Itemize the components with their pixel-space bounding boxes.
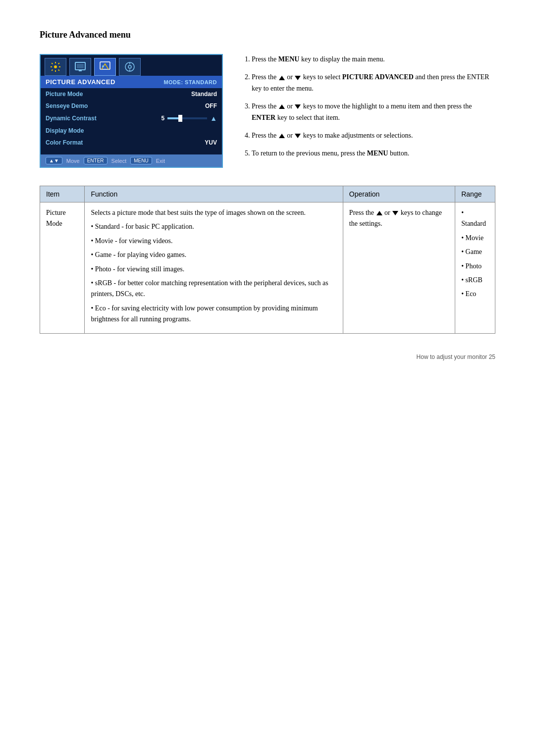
instruction-2: Press the or keys to select PICTURE ADVA… <box>252 72 495 94</box>
up-arrow-icon-2 <box>279 76 285 80</box>
function-desc-6: • sRGB - for better color matching repre… <box>91 278 336 300</box>
instruction-5: To return to the previous menu, press th… <box>252 148 495 159</box>
svg-rect-3 <box>79 70 82 71</box>
svg-point-7 <box>128 65 131 68</box>
osd-mode-label: MODE: Standard <box>163 79 217 85</box>
main-table: Item Function Operation Range Picture Mo… <box>40 186 495 334</box>
osd-tab-4[interactable] <box>119 58 141 76</box>
osd-row-2-value: OFF <box>205 102 217 109</box>
col-header-range: Range <box>455 186 495 202</box>
table-cell-operation: Press the or keys to change the settings… <box>343 202 455 334</box>
col-header-function: Function <box>85 186 343 202</box>
osd-tab-1[interactable] <box>45 58 66 76</box>
osd-row-1[interactable]: Picture Mode Standard <box>41 88 222 100</box>
range-1: • Standard <box>461 207 489 230</box>
osd-key-enter-label: Select <box>111 158 127 164</box>
down-arrow-icon-2 <box>295 76 301 80</box>
osd-row-5-value: YUV <box>205 139 217 146</box>
up-arrow-icon-op <box>376 211 382 215</box>
down-arrow-icon-3 <box>295 104 301 109</box>
table-row: Picture Mode Selects a picture mode that… <box>40 202 495 334</box>
osd-row-3[interactable]: Dynamic Contrast 5 ▲ <box>41 112 222 125</box>
instruction-3: Press the or keys to move the highlight … <box>252 101 495 123</box>
osd-key-move: ▲▼ <box>46 157 62 164</box>
menu-key-5: MENU <box>367 150 388 157</box>
osd-key-enter: ENTER <box>84 157 107 164</box>
function-desc-3: • Movie - for viewing videos. <box>91 236 336 247</box>
instruction-1: Press the MENU key to display the main m… <box>252 54 495 65</box>
up-arrow-icon-3 <box>279 104 285 109</box>
function-desc-4: • Game - for playing video games. <box>91 250 336 260</box>
osd-row-1-value: Standard <box>191 91 217 98</box>
osd-tab-2[interactable] <box>69 58 91 76</box>
osd-container: PICTURE ADVANCED MODE: Standard Picture … <box>40 54 223 168</box>
osd-tab-3[interactable] <box>94 58 116 76</box>
top-section: PICTURE ADVANCED MODE: Standard Picture … <box>40 54 495 168</box>
osd-tabs <box>41 55 222 76</box>
osd-key-move-label: Move <box>66 158 80 164</box>
osd-row-3-value: 5 <box>161 115 164 122</box>
enter-key-label: ENTER <box>252 114 275 121</box>
osd-header-label: PICTURE ADVANCED <box>46 78 115 86</box>
function-desc-7: • Eco - for saving electricity with low … <box>91 303 336 325</box>
down-arrow-icon-4 <box>295 134 301 138</box>
page-footer: How to adjust your monitor 25 <box>40 353 495 360</box>
osd-key-menu-label: Exit <box>156 158 165 164</box>
osd-row-4[interactable]: Display Mode <box>41 125 222 137</box>
svg-rect-2 <box>77 64 84 68</box>
down-arrow-icon-op <box>392 211 398 215</box>
picture-advanced-label: PICTURE ADVANCED <box>342 73 414 81</box>
range-5: • sRGB <box>461 275 489 286</box>
svg-point-0 <box>54 65 57 68</box>
instructions: Press the MENU key to display the main m… <box>243 54 495 168</box>
osd-row-3-label: Dynamic Contrast <box>46 115 97 122</box>
osd-row-3-icon: ▲ <box>210 114 217 122</box>
range-4: • Photo <box>461 261 489 272</box>
table-cell-item: Picture Mode <box>40 202 85 334</box>
osd-row-5-label: Color Format <box>46 139 83 146</box>
col-header-operation: Operation <box>343 186 455 202</box>
range-6: • Eco <box>461 289 489 300</box>
osd-row-1-label: Picture Mode <box>46 91 83 98</box>
range-2: • Movie <box>461 233 489 244</box>
osd-slider-track <box>167 117 207 119</box>
osd-row-4-label: Display Mode <box>46 127 84 134</box>
up-arrow-icon-4 <box>279 134 285 138</box>
osd-row-5[interactable]: Color Format YUV <box>41 137 222 149</box>
or-text: or <box>384 209 390 216</box>
table-cell-range: • Standard • Movie • Game • Photo • sRGB… <box>455 202 495 334</box>
instruction-4: Press the or keys to make adjustments or… <box>252 130 495 141</box>
osd-footer: ▲▼ Move ENTER Select MENU Exit <box>41 154 222 167</box>
menu-key-1: MENU <box>278 55 300 63</box>
table-cell-function: Selects a picture mode that best suits t… <box>85 202 343 334</box>
svg-rect-4 <box>100 62 110 69</box>
function-desc-5: • Photo - for viewing still images. <box>91 264 336 275</box>
page-title: Picture Advanced menu <box>40 30 495 40</box>
function-desc-2: • Standard - for basic PC application. <box>91 221 336 232</box>
svg-point-5 <box>102 65 104 67</box>
osd-key-menu: MENU <box>130 157 152 164</box>
col-header-item: Item <box>40 186 85 202</box>
osd-row-2-label: Senseye Demo <box>46 102 88 109</box>
osd-header: PICTURE ADVANCED MODE: Standard <box>41 76 222 88</box>
range-3: • Game <box>461 247 489 257</box>
function-desc-1: Selects a picture mode that best suits t… <box>91 207 336 218</box>
osd-slider-thumb <box>178 115 182 122</box>
osd-row-2[interactable]: Senseye Demo OFF <box>41 100 222 112</box>
osd-menu: PICTURE ADVANCED MODE: Standard Picture … <box>40 54 223 168</box>
